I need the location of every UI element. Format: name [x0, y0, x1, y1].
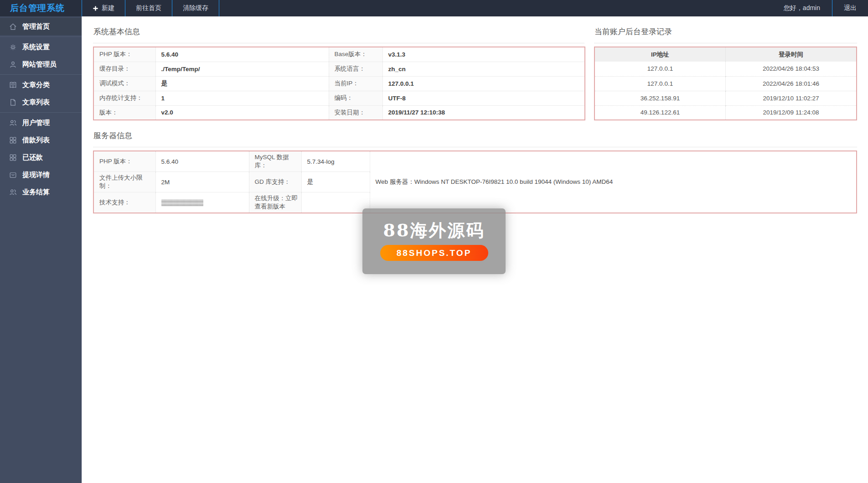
table-row: PHP 版本： 5.6.40 MySQL 数据库： 5.7.34-log Web…	[93, 151, 857, 172]
sidebar-group: 用户管理借款列表已还款提现详情业务结算	[0, 113, 82, 202]
table-row: 127.0.0.12022/04/26 18:04:53	[594, 62, 857, 76]
sidebar-item-label: 借款列表	[22, 136, 50, 145]
sidebar-item-系统设置[interactable]: 系统设置	[0, 38, 82, 56]
info-value: ./Temp/Temp/	[155, 62, 329, 76]
sidebar-item-管理首页[interactable]: 管理首页	[0, 18, 82, 35]
sidebar-item-label: 网站管理员	[22, 60, 57, 69]
watermark-badge: 88SHOPS.TOP	[380, 245, 488, 261]
grid-icon	[9, 136, 17, 145]
topbar-divider	[219, 0, 219, 16]
sidebar-item-已还款[interactable]: 已还款	[0, 149, 82, 166]
sidebar-item-label: 已还款	[22, 153, 43, 162]
table-row: 调试模式：是当前IP：127.0.0.1	[93, 76, 585, 91]
info-label: 内存统计支持：	[93, 91, 155, 105]
user-greeting: 您好，admin	[772, 0, 832, 16]
info-label: 安装日期：	[329, 105, 382, 120]
system-info-section: 系统基本信息 PHP 版本：5.6.40Base版本：v3.1.3缓存目录：./…	[93, 16, 584, 120]
sidebar-item-文章列表[interactable]: 文章列表	[0, 93, 82, 111]
login-records-table: IP地址登录时间 127.0.0.12022/04/26 18:04:53127…	[594, 47, 857, 120]
redacted-mosaic	[161, 199, 203, 206]
upload-limit-label: 文件上传大小限制：	[93, 172, 155, 192]
info-value: 1	[155, 91, 329, 105]
sidebar-item-网站管理员[interactable]: 网站管理员	[0, 56, 82, 73]
clear-cache-button[interactable]: 清除缓存	[172, 0, 219, 16]
server-info-title: 服务器信息	[93, 120, 857, 147]
info-label: 编码：	[329, 91, 382, 105]
tech-support-label: 技术支持：	[93, 192, 155, 213]
login-time-cell: 2019/12/09 11:24:08	[726, 105, 857, 120]
plus-icon	[93, 5, 98, 11]
grid-icon	[9, 153, 17, 162]
system-info-table: PHP 版本：5.6.40Base版本：v3.1.3缓存目录：./Temp/Te…	[93, 47, 585, 120]
logout-button[interactable]: 退出	[832, 0, 868, 16]
info-value: UTF-8	[382, 91, 585, 105]
table-row: 36.252.158.912019/12/10 11:02:27	[594, 91, 857, 105]
info-label: Base版本：	[329, 47, 382, 62]
gd-label: GD 库支持：	[249, 172, 301, 192]
online-upgrade-link[interactable]: 在线升级：立即查看新版本	[249, 192, 301, 213]
action-label: 清除缓存	[183, 4, 208, 12]
info-label: PHP 版本：	[93, 47, 155, 62]
ip-address-cell: 127.0.0.1	[594, 62, 726, 76]
info-value: 是	[155, 76, 329, 91]
sidebar-item-label: 用户管理	[22, 119, 50, 127]
sidebar-item-业务结算[interactable]: 业务结算	[0, 183, 82, 201]
user-icon	[9, 60, 17, 69]
login-time-cell: 2022/04/26 18:01:46	[726, 76, 857, 91]
table-row: PHP 版本：5.6.40Base版本：v3.1.3	[93, 47, 585, 62]
book-icon	[9, 81, 17, 89]
box-icon	[9, 171, 17, 179]
sidebar-group: 系统设置网站管理员	[0, 37, 82, 75]
info-value: v2.0	[155, 105, 329, 120]
server-info-section: 服务器信息 PHP 版本： 5.6.40 MySQL 数据库： 5.7.34-l…	[93, 120, 857, 213]
sidebar-group: 管理首页	[0, 16, 82, 37]
sidebar-item-借款列表[interactable]: 借款列表	[0, 131, 82, 149]
info-value: 127.0.0.1	[382, 76, 585, 91]
users-icon	[9, 119, 17, 127]
table-row: 127.0.0.12022/04/26 18:01:46	[594, 76, 857, 91]
server-info-table: PHP 版本： 5.6.40 MySQL 数据库： 5.7.34-log Web…	[93, 151, 857, 213]
ip-address-cell: 49.126.122.61	[594, 105, 726, 120]
column-header: 登录时间	[726, 47, 857, 62]
login-records-title: 当前账户后台登录记录	[594, 16, 857, 43]
upload-limit-value: 2M	[155, 172, 249, 192]
watermark-overlay: 88海外源码 88SHOPS.TOP	[362, 208, 506, 274]
login-time-cell: 2019/12/10 11:02:27	[726, 91, 857, 105]
sidebar-item-label: 系统设置	[22, 43, 50, 52]
sidebar-item-用户管理[interactable]: 用户管理	[0, 114, 82, 131]
info-label: 当前IP：	[329, 76, 382, 91]
info-value: 2019/11/27 12:10:38	[382, 105, 585, 120]
go-home-button[interactable]: 前往首页	[125, 0, 172, 16]
login-time-cell: 2022/04/26 18:04:53	[726, 62, 857, 76]
divider	[93, 147, 857, 147]
table-row: 内存统计支持：1编码：UTF-8	[93, 91, 585, 105]
tech-support-redacted-cell	[155, 192, 249, 213]
info-label: 系统语言：	[329, 62, 382, 76]
new-button[interactable]: 新建	[82, 0, 125, 16]
info-label: 调试模式：	[93, 76, 155, 91]
sidebar-item-label: 管理首页	[22, 22, 50, 31]
action-label: 前往首页	[136, 4, 161, 12]
sidebar-item-文章分类[interactable]: 文章分类	[0, 76, 82, 93]
sidebar-item-提现详情[interactable]: 提现详情	[0, 166, 82, 183]
table-row: 缓存目录：./Temp/Temp/系统语言：zh_cn	[93, 62, 585, 76]
topbar: 后台管理系统 新建前往首页清除缓存 您好，admin 退出	[0, 0, 868, 16]
gear-icon	[9, 43, 17, 52]
ip-address-cell: 127.0.0.1	[594, 76, 726, 91]
web-server-value: Web 服务器：Windows NT DESKTOP-76I9821 10.0 …	[370, 151, 857, 213]
info-label: 缓存目录：	[93, 62, 155, 76]
sidebar-item-label: 提现详情	[22, 171, 50, 179]
info-value: zh_cn	[382, 62, 585, 76]
app-title: 后台管理系统	[0, 0, 82, 16]
mysql-label: MySQL 数据库：	[249, 151, 301, 172]
watermark-title: 88海外源码	[383, 222, 485, 239]
info-label: 版本：	[93, 105, 155, 120]
table-row: 49.126.122.612019/12/09 11:24:08	[594, 105, 857, 120]
empty-cell	[301, 192, 370, 213]
sidebar-group: 文章分类文章列表	[0, 75, 82, 113]
action-label: 新建	[102, 4, 114, 12]
php-version-value: 5.6.40	[155, 151, 249, 172]
home-icon	[9, 22, 17, 31]
sidebar-item-label: 文章分类	[22, 81, 50, 89]
sidebar-item-label: 业务结算	[22, 188, 50, 197]
